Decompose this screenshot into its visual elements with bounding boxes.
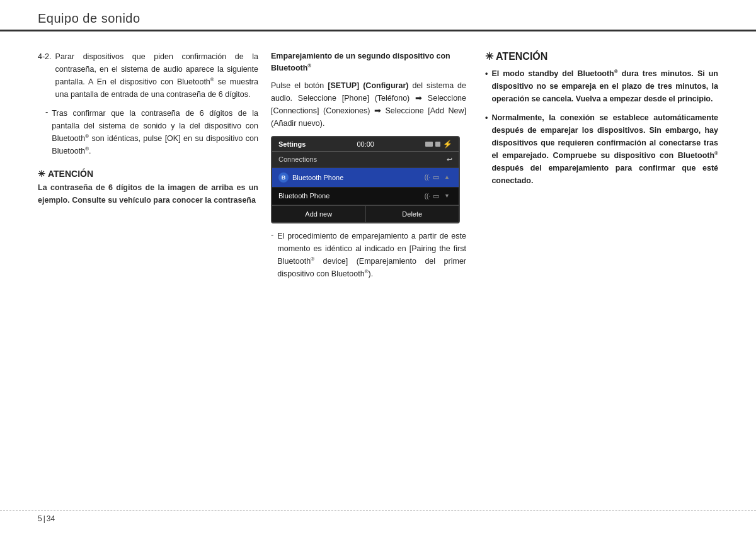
signal-icon-2: ((·	[425, 193, 430, 200]
section-para1: Parar dispositivos que piden confirmació…	[55, 50, 258, 101]
screen-connections-row: Connections ↩	[272, 152, 459, 168]
add-new-button[interactable]: Add new	[272, 206, 366, 222]
page-number: 5 | 34	[38, 514, 55, 523]
atencion-list: • El modo standby del Bluetooth® dura tr…	[485, 67, 718, 187]
device-icon-1: ▭	[433, 173, 439, 181]
page-num-left: 5	[38, 514, 42, 523]
asterisk-icon: ✳	[38, 169, 45, 179]
bt-row1-right: ((· ▭ ▲	[425, 173, 452, 181]
mid-column: Emparejamiento de un segundo dispositivo…	[271, 50, 479, 280]
screen-bt-row-2: Bluetooth Phone ((· ▭ ▼	[272, 188, 459, 205]
bt-name-1: Bluetooth Phone	[292, 174, 343, 181]
section-number-label: 4-2.	[38, 50, 52, 101]
atencion-item-2: • Normalmente, la conexión se establece …	[485, 111, 718, 187]
mid-title: Emparejamiento de un segundo dispositivo…	[271, 50, 466, 74]
bluetooth-icon-1: B	[278, 172, 289, 183]
screen-header: Settings 00:00 ⚡	[272, 137, 459, 152]
mid-dash-1: - El procedimiento de emparejamiento a p…	[271, 230, 466, 280]
bt-row1-left: B Bluetooth Phone	[278, 172, 343, 183]
screen-bt-row-1: B Bluetooth Phone ((· ▭ ▲	[272, 168, 459, 188]
atencion-left-body: La contraseña de 6 dígitos de la imagen …	[38, 181, 258, 206]
scroll-down: ▼	[442, 193, 452, 200]
page-num-right: 34	[47, 514, 55, 523]
atencion-item-1: • El modo standby del Bluetooth® dura tr…	[485, 67, 718, 105]
battery-icon	[425, 142, 433, 147]
signal-icon	[435, 142, 440, 147]
screen-time: 00:00	[357, 140, 374, 148]
mid-dash-text-1: El procedimiento de emparejamiento a par…	[277, 230, 466, 280]
bluetooth-status-icon: ⚡	[443, 140, 452, 149]
section-4-2: 4-2. Parar dispositivos que piden confir…	[38, 50, 258, 101]
bt-row2-left: Bluetooth Phone	[278, 192, 329, 200]
asterisk-right-icon: ✳	[485, 50, 493, 62]
scroll-up: ▲	[442, 174, 452, 181]
connections-label: Connections	[278, 155, 317, 163]
dash-text-1: Tras confirmar que la contraseña de 6 dí…	[52, 107, 258, 157]
signal-icon-1: ((·	[425, 174, 430, 181]
back-icon: ↩	[447, 155, 452, 164]
atencion-left: ✳ ATENCIÓN La contraseña de 6 dígitos de…	[38, 169, 258, 206]
screen-status-icons: ⚡	[425, 140, 452, 149]
bt-row2-right: ((· ▭ ▼	[425, 192, 452, 200]
screen-mockup: Settings 00:00 ⚡ Connections ↩ B Bluetoo…	[271, 136, 460, 223]
screen-footer: Add new Delete	[272, 205, 459, 222]
delete-button[interactable]: Delete	[366, 206, 459, 222]
atencion-left-title: ✳ ATENCIÓN	[38, 169, 258, 179]
mid-para1: Pulse el botón [SETUP] (Configurar) del …	[271, 79, 466, 130]
atencion-right-title: ✳ ATENCIÓN	[485, 50, 718, 62]
page-header: Equipo de sonido	[0, 0, 756, 31]
device-icon-2: ▭	[433, 192, 439, 200]
content-area: 4-2. Parar dispositivos que piden confir…	[0, 31, 756, 280]
left-column: 4-2. Parar dispositivos que piden confir…	[38, 50, 271, 280]
dash-item-1: - Tras confirmar que la contraseña de 6 …	[38, 107, 258, 157]
bt-name-2: Bluetooth Phone	[278, 192, 329, 200]
page-footer: 5 | 34	[0, 510, 756, 523]
screen-settings-label: Settings	[278, 140, 306, 148]
right-column: ✳ ATENCIÓN • El modo standby del Bluetoo…	[479, 50, 718, 280]
atencion-right-body: • El modo standby del Bluetooth® dura tr…	[485, 67, 718, 187]
page-title: Equipo de sonido	[38, 11, 718, 26]
